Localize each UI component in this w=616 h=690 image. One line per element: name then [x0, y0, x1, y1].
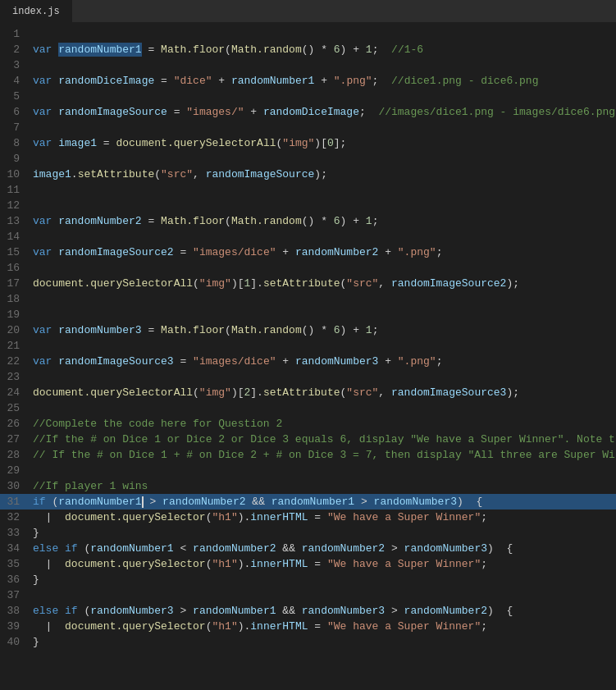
line-3: 3 [0, 57, 616, 73]
line-9: 9 [0, 151, 616, 167]
line-28: 28 // If the # on Dice 1 + # on Dice 2 +… [0, 447, 616, 463]
line-24: 24 document.querySelectorAll("img")[2].s… [0, 385, 616, 400]
line-19: 19 [0, 307, 616, 322]
line-8: 8 var image1 = document.querySelectorAll… [0, 135, 616, 151]
line-26: 26 //Complete the code here for Question… [0, 416, 616, 432]
line-31: 31 if (randomNumber1 > randomNumber2 && … [0, 494, 616, 510]
line-21: 21 [0, 338, 616, 354]
line-13: 13 var randomNumber2 = Math.floor(Math.r… [0, 213, 616, 229]
editor: 1 2 var randomNumber1 = Math.floor(Math.… [0, 23, 616, 650]
line-14: 14 [0, 229, 616, 244]
line-25: 25 [0, 400, 616, 416]
line-40: 40 } [0, 634, 616, 650]
line-17: 17 document.querySelectorAll("img")[1].s… [0, 276, 616, 291]
line-33: 33 } [0, 525, 616, 541]
line-12: 12 [0, 198, 616, 213]
line-6: 6 var randomImageSource = "images/" + ra… [0, 104, 616, 120]
line-35: 35 | document.querySelector("h1").innerH… [0, 556, 616, 572]
line-7: 7 [0, 120, 616, 135]
line-1: 1 [0, 26, 616, 42]
line-18: 18 [0, 291, 616, 307]
line-11: 11 [0, 182, 616, 198]
line-37: 37 [0, 587, 616, 603]
tab-bar: index.js [0, 0, 616, 23]
line-22: 22 var randomImageSource3 = "images/dice… [0, 354, 616, 369]
line-39: 39 | document.querySelector("h1").innerH… [0, 619, 616, 634]
line-2: 2 var randomNumber1 = Math.floor(Math.ra… [0, 42, 616, 57]
line-30: 30 //If player 1 wins [0, 478, 616, 494]
tab-filename: index.js [12, 6, 60, 17]
line-34: 34 else if (randomNumber1 < randomNumber… [0, 541, 616, 556]
line-36: 36 } [0, 572, 616, 587]
line-10: 10 image1.setAttribute("src", randomImag… [0, 167, 616, 182]
line-29: 29 [0, 463, 616, 478]
line-23: 23 [0, 369, 616, 385]
line-38: 38 else if (randomNumber3 > randomNumber… [0, 603, 616, 619]
line-4: 4 var randomDiceImage = "dice" + randomN… [0, 73, 616, 89]
line-27: 27 //If the # on Dice 1 or Dice 2 or Dic… [0, 432, 616, 447]
line-20: 20 var randomNumber3 = Math.floor(Math.r… [0, 322, 616, 338]
file-tab[interactable]: index.js [0, 0, 73, 22]
line-32: 32 | document.querySelector("h1").innerH… [0, 510, 616, 525]
line-15: 15 var randomImageSource2 = "images/dice… [0, 244, 616, 260]
line-16: 16 [0, 260, 616, 276]
line-5: 5 [0, 89, 616, 104]
